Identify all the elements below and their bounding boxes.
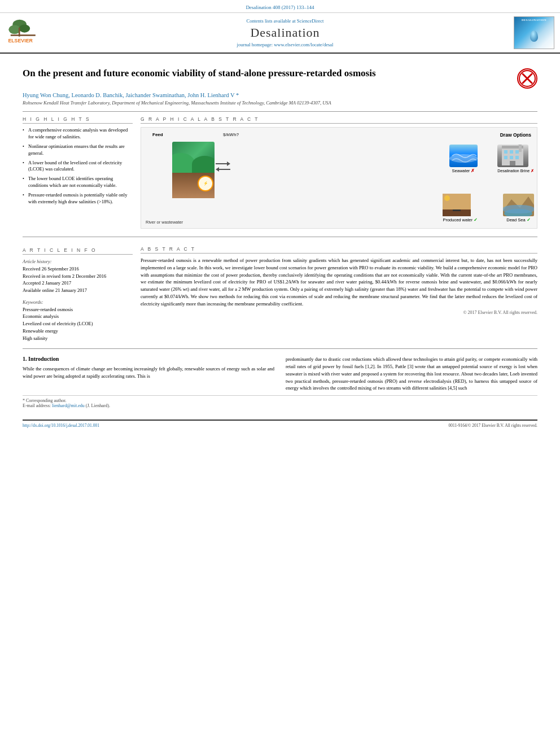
ga-dead-sea-water (503, 205, 534, 213)
contents-text: Contents lists available at (247, 18, 296, 24)
divider-2 (23, 237, 537, 237)
divider-3 (23, 348, 537, 349)
ga-turbine-circle: ⚡ (198, 176, 213, 191)
ga-seawater-option: Seawater ✗ (449, 145, 478, 173)
keyword-1: Pressure-retarded osmosis (23, 306, 133, 313)
graphical-abstract-image: Feed $/kWh? (141, 127, 537, 229)
introduction-left-col: 1. Introduction While the consequences o… (23, 356, 274, 392)
footer-issn: 0011-9164/© 2017 Elsevier B.V. All right… (448, 423, 537, 428)
introduction-right-col: predominantly due to drastic cost reduct… (286, 356, 537, 392)
ga-dead-sea-option: Dead Sea ✓ (503, 194, 534, 222)
introduction-section: 1. Introduction While the consequences o… (23, 356, 537, 392)
corresponding-asterisk: * (236, 92, 239, 98)
homepage-text: journal homepage: (237, 42, 273, 47)
svg-rect-11 (515, 150, 519, 154)
keyword-3: Levelized cost of electricity (LCOE) (23, 320, 133, 327)
journal-top-link[interactable]: Desalination 408 (2017) 133–144 (0, 0, 560, 12)
article-info-label: A R T I C L E I N F O (23, 247, 133, 255)
svg-rect-21 (453, 209, 461, 211)
ga-dead-sea-mark: ✓ (527, 217, 531, 222)
abstract-text: Pressure-retarded osmosis is a renewable… (141, 257, 537, 307)
elsevier-logo: ELSEVIER (6, 19, 56, 47)
svg-rect-12 (504, 156, 508, 159)
info-abstract-cols: A R T I C L E I N F O Article history: R… (23, 242, 537, 342)
svg-rect-4 (11, 34, 36, 36)
journal-header: ELSEVIER Contents lists available at Sci… (0, 12, 560, 54)
svg-rect-14 (515, 156, 519, 159)
cover-drop-icon (530, 30, 538, 42)
abstract-col: A B S T R A C T Pressure-retarded osmosi… (141, 246, 537, 342)
footnote-email-label: E-mail address: (23, 403, 51, 408)
ga-dead-sea-label: Dead Sea ✓ (503, 217, 534, 222)
ga-desalination-brine-option: Desalination Brine ✗ (497, 145, 534, 173)
copyright: © 2017 Elsevier B.V. All rights reserved… (141, 310, 537, 315)
contents-line: Contents lists available at ScienceDirec… (56, 18, 514, 24)
main-content: On the present and future economic viabi… (0, 54, 560, 414)
authors: Hyung Won Chung, Leonardo D. Banchik, Ja… (23, 92, 537, 98)
section-number: 1. (23, 356, 27, 362)
history-label: Article history: (23, 258, 133, 265)
graphical-abstract-col: G R A P H I C A L A B S T R A C T Feed $… (141, 116, 537, 229)
keywords-content: Keywords: Pressure-retarded osmosis Econ… (23, 299, 133, 342)
highlights-col: H I G H L I G H T S A comprehensive econ… (23, 116, 133, 233)
divider-1 (23, 111, 537, 112)
crossmark-logo (517, 68, 537, 89)
footnote-email-suffix: (J. Lienhard). (86, 403, 110, 408)
footnote-corresponding: * Corresponding author. (23, 398, 67, 403)
article-title: On the present and future economic viabi… (23, 67, 511, 80)
ga-dead-sea-image (503, 194, 534, 216)
journal-center: Contents lists available at ScienceDirec… (56, 18, 514, 47)
accepted-date: Accepted 2 January 2017 (23, 279, 133, 287)
keyword-4: Renewable energy (23, 327, 133, 335)
svg-text:ELSEVIER: ELSEVIER (8, 38, 33, 43)
section-title: Introduction (28, 356, 59, 362)
svg-rect-15 (510, 161, 515, 165)
highlights-abstract-cols: H I G H L I G H T S A comprehensive econ… (23, 116, 537, 233)
homepage-url[interactable]: www.elsevier.com/locate/desal (274, 42, 333, 47)
introduction-right-text: predominantly due to drastic cost reduct… (286, 356, 537, 392)
ga-river-label: River or wastewater (146, 220, 183, 225)
abstract-label: A B S T R A C T (141, 246, 537, 254)
ga-produced-water-option: Produced water ✓ (443, 194, 478, 222)
highlight-item-3: A lower bound of the levelized cost of e… (23, 160, 133, 173)
ga-seawater-image (449, 145, 478, 167)
ga-green-hills (172, 142, 215, 173)
ga-draw-options-label: Draw Options (500, 132, 531, 138)
ga-desalination-image (497, 145, 528, 167)
received-revised-date: Received in revised form 2 December 2016 (23, 273, 133, 280)
svg-rect-10 (510, 150, 513, 154)
keyword-5: High salinity (23, 335, 133, 342)
journal-name: Desalination (56, 25, 514, 40)
highlights-label: H I G H L I G H T S (23, 116, 133, 124)
received-date: Received 26 September 2016 (23, 265, 133, 273)
footnote-email[interactable]: lienhard@mit.edu (52, 403, 85, 408)
highlight-item-2: Nonlinear optimization ensures that the … (23, 143, 133, 157)
ga-right-arrow (216, 161, 230, 166)
ga-left-arrow (216, 167, 230, 172)
ga-turbine-label: ⚡ (203, 181, 208, 186)
svg-rect-9 (504, 150, 508, 154)
science-direct-link[interactable]: ScienceDirect (297, 18, 324, 24)
graphical-abstract-label: G R A P H I C A L A B S T R A C T (141, 116, 537, 124)
footer-doi[interactable]: http://dx.doi.org/10.1016/j.desal.2017.0… (23, 423, 99, 428)
ga-turbine: ⚡ (198, 176, 215, 193)
highlight-item-1: A comprehensive economic analysis was de… (23, 127, 133, 141)
keyword-2: Economic analysis (23, 313, 133, 320)
article-title-section: On the present and future economic viabi… (23, 67, 537, 89)
highlight-item-4: The lower bound LCOE identifies operatin… (23, 176, 133, 189)
ga-produced-water-image (443, 194, 471, 216)
highlight-item-5: Pressure-retarded osmosis is potentially… (23, 192, 133, 206)
available-date: Available online 21 January 2017 (23, 287, 133, 294)
homepage-line: journal homepage: www.elsevier.com/locat… (56, 42, 514, 47)
introduction-heading: 1. Introduction (23, 356, 274, 362)
svg-rect-16 (519, 145, 522, 152)
svg-rect-13 (510, 156, 513, 159)
footnote-section: * Corresponding author. E-mail address: … (23, 395, 537, 408)
ga-cost-badge: $/kWh? (223, 132, 239, 137)
keywords-label: Keywords: (23, 299, 133, 306)
cover-title: DESALINATION (514, 19, 554, 21)
ga-seawater-label: Seawater ✗ (449, 168, 478, 173)
ga-desalination-label: Desalination Brine ✗ (497, 168, 534, 173)
article-info-content: Article history: Received 26 September 2… (23, 258, 133, 294)
authors-text: Hyung Won Chung, Leonardo D. Banchik, Ja… (23, 92, 234, 98)
